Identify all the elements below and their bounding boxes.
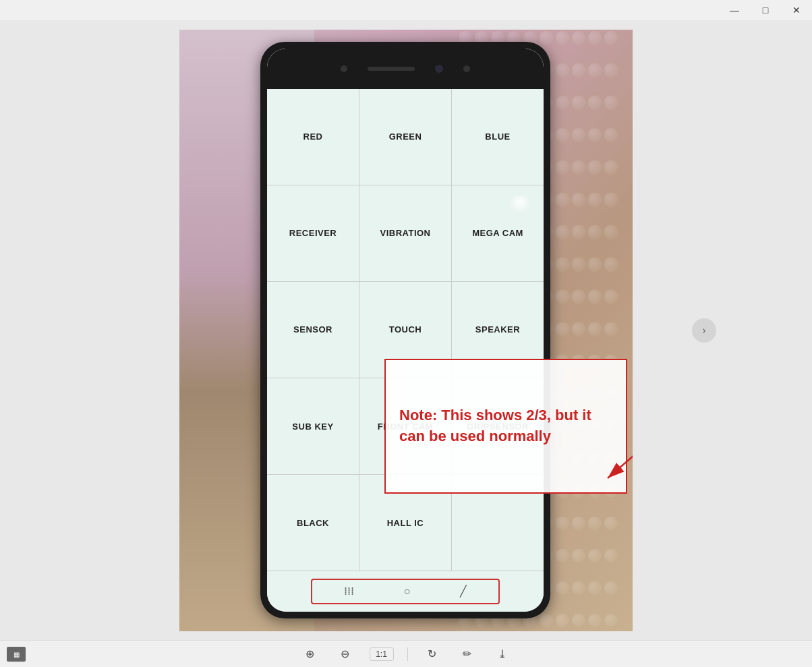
zoom-out-icon: ⊖ <box>341 647 349 660</box>
back-nav-icon: ⁞⁞⁞ <box>344 585 354 598</box>
test-cell-sub-key[interactable]: SUB KEY <box>267 378 359 474</box>
test-cell-vibration[interactable]: VIBRATION <box>359 185 451 281</box>
photo-image: REDGREENBLUERECEIVERVIBRATIONMEGA CAMSEN… <box>179 30 633 631</box>
bottom-toolbar: ⊕ ⊖ 1:1 ↻ ✏ ⤓ <box>0 640 812 667</box>
phone-bottom-nav: ⁞⁞⁞ ○ ╱ <box>267 571 544 612</box>
phone-speaker <box>368 67 415 71</box>
phone-camera-dot <box>435 65 443 73</box>
test-cell-sensor[interactable]: SENSOR <box>267 282 359 378</box>
zoom-value: 1:1 <box>370 647 394 661</box>
photo-container: REDGREENBLUERECEIVERVIBRATIONMEGA CAMSEN… <box>89 20 723 641</box>
rotate-icon: ↻ <box>428 647 436 660</box>
test-cell-blue[interactable]: BLUE <box>452 89 544 185</box>
annotation-box: Note: This shows 2/3, but it can be used… <box>384 359 627 494</box>
rotate-button[interactable]: ↻ <box>422 643 443 665</box>
zoom-in-button[interactable]: ⊕ <box>299 643 321 665</box>
annotation-text: Note: This shows 2/3, but it can be used… <box>399 405 612 447</box>
test-cell-red[interactable]: RED <box>267 89 359 185</box>
recent-nav-icon: ╱ <box>460 585 467 598</box>
next-photo-button[interactable]: › <box>692 318 716 343</box>
test-cell-mega-cam[interactable]: MEGA CAM <box>452 185 544 281</box>
test-cell-black[interactable]: BLACK <box>267 475 359 571</box>
zoom-out-button[interactable]: ⊖ <box>335 643 356 665</box>
minimize-button[interactable]: — <box>719 0 750 20</box>
zoom-in-icon: ⊕ <box>306 647 314 660</box>
bottom-left-icon-area: ▦ <box>7 647 26 662</box>
photo-viewer: REDGREENBLUERECEIVERVIBRATIONMEGA CAMSEN… <box>0 20 812 640</box>
toolbar-divider-1 <box>407 647 408 661</box>
test-cell-receiver[interactable]: RECEIVER <box>267 185 359 281</box>
phone-screen: REDGREENBLUERECEIVERVIBRATIONMEGA CAMSEN… <box>267 49 544 612</box>
pencil-icon: ✏ <box>463 647 471 660</box>
gallery-icon[interactable]: ▦ <box>7 647 26 662</box>
phone-dot-right <box>463 65 470 72</box>
annotate-button[interactable]: ✏ <box>457 643 478 665</box>
chevron-right-icon: › <box>702 324 705 337</box>
download-icon: ⤓ <box>498 647 506 660</box>
home-nav-icon: ○ <box>404 585 411 598</box>
maximize-button[interactable]: □ <box>750 0 781 20</box>
nav-bar-inner: ⁞⁞⁞ ○ ╱ <box>311 579 500 604</box>
title-bar: — □ ✕ <box>0 0 812 20</box>
download-button[interactable]: ⤓ <box>492 643 513 665</box>
phone-device: REDGREENBLUERECEIVERVIBRATIONMEGA CAMSEN… <box>260 42 550 618</box>
test-cell-green[interactable]: GREEN <box>359 89 451 185</box>
phone-dot-left <box>341 65 347 72</box>
phone-top-bar <box>267 49 544 89</box>
test-grid: REDGREENBLUERECEIVERVIBRATIONMEGA CAMSEN… <box>267 89 544 571</box>
close-button[interactable]: ✕ <box>781 0 812 20</box>
